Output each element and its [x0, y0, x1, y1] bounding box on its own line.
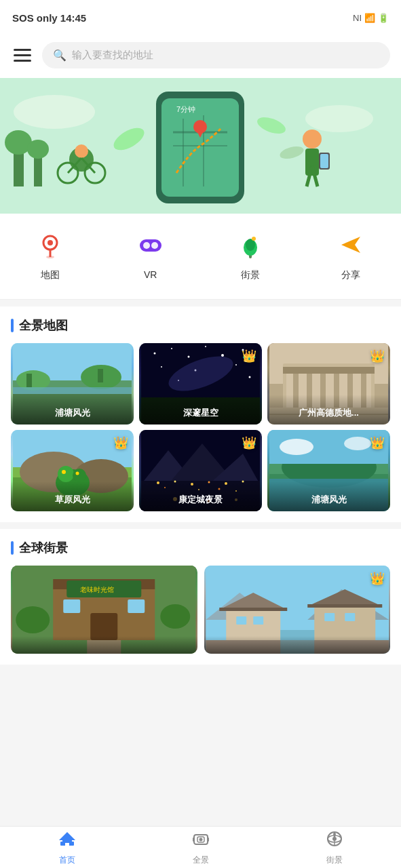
menu-button[interactable] [11, 46, 34, 64]
svg-point-35 [143, 242, 150, 249]
status-left: SOS only 14:45 [12, 12, 86, 24]
quick-action-street[interactable]: 街景 [201, 220, 301, 288]
nav-panorama[interactable]: 全景 [134, 827, 267, 868]
panorama-title-text: 全景地图 [19, 317, 68, 334]
street-title: 全球街景 [11, 540, 390, 556]
streetview-nav-label: 街景 [326, 854, 343, 866]
panorama-title: 全景地图 [11, 317, 390, 334]
search-placeholder: 输入要查找的地址 [72, 49, 153, 62]
svg-text:老味时光馆: 老味时光馆 [80, 586, 114, 593]
panorama-nav-label: 全景 [193, 854, 209, 866]
svg-rect-137 [253, 616, 263, 625]
card-label-putang2: 浦塘风光 [267, 481, 390, 511]
svg-point-148 [199, 837, 202, 841]
panorama-card-starry[interactable]: 👑 深邃星空 [139, 343, 262, 425]
svg-rect-8 [161, 98, 239, 197]
status-bar: SOS only 14:45 NI 📶 🔋 [0, 0, 401, 35]
svg-point-62 [249, 376, 251, 378]
svg-rect-122 [63, 599, 80, 613]
svg-rect-139 [345, 613, 355, 621]
street-label-town [204, 636, 391, 654]
svg-point-87 [76, 472, 79, 475]
search-bar[interactable]: 🔍 输入要查找的地址 [42, 42, 390, 68]
map-label: 地图 [41, 269, 60, 281]
svg-point-22 [303, 130, 322, 149]
svg-point-54 [171, 348, 172, 349]
svg-point-6 [27, 140, 49, 159]
svg-point-1 [14, 95, 95, 129]
search-icon: 🔍 [53, 49, 66, 62]
street-label-old [11, 636, 197, 654]
vr-label: VR [144, 269, 157, 280]
svg-rect-49 [98, 369, 103, 382]
svg-rect-48 [26, 374, 32, 387]
svg-rect-150 [207, 837, 209, 842]
street-grid: 老味时光馆 [11, 566, 390, 654]
svg-point-36 [151, 242, 158, 249]
svg-point-61 [235, 364, 237, 366]
svg-point-156 [333, 833, 336, 835]
street-section: 全球街景 老味时光馆 [0, 529, 401, 665]
title-accent-bar [11, 319, 14, 332]
card-label-kangding: 康定城夜景 [139, 481, 262, 511]
panorama-grid-top: 浦塘风光 👑 [11, 343, 390, 425]
svg-rect-50 [13, 387, 132, 394]
street-label: 街景 [241, 269, 260, 281]
banner: 7分钟 [0, 78, 401, 214]
svg-point-17 [75, 144, 88, 158]
street-card-old[interactable]: 老味时光馆 [11, 566, 197, 654]
panorama-card-guangzhou[interactable]: 👑 广州高德质地... [267, 343, 390, 425]
panorama-card-putang2[interactable]: 👑 浦塘风光 [267, 430, 390, 511]
panorama-card-putang1[interactable]: 浦塘风光 [11, 343, 134, 425]
svg-point-41 [252, 237, 256, 241]
street-icon [233, 227, 268, 262]
quick-action-map[interactable]: 地图 [0, 220, 100, 288]
svg-point-125 [16, 606, 50, 633]
panorama-section: 全景地图 浦塘风光 [0, 307, 401, 522]
svg-rect-145 [65, 843, 69, 846]
quick-action-vr[interactable]: VR [100, 220, 201, 288]
panorama-card-grassland[interactable]: 👑 草原风光 [11, 430, 134, 511]
svg-point-57 [221, 354, 224, 357]
svg-marker-42 [341, 237, 360, 253]
svg-point-113 [280, 439, 313, 455]
panorama-nav-icon [191, 829, 210, 852]
card-label-starry: 深邃星空 [139, 395, 262, 425]
crown-kangding: 👑 [242, 435, 256, 450]
svg-rect-136 [236, 616, 246, 625]
map-icon [33, 227, 68, 262]
svg-point-114 [344, 437, 371, 450]
quick-action-share[interactable]: 分享 [301, 220, 401, 288]
quick-actions: 地图 VR 街景 分享 [0, 214, 401, 300]
bottom-nav: 首页 全景 街景 [0, 826, 401, 868]
panorama-grid-bottom: 👑 草原风光 [11, 430, 390, 511]
streetview-nav-icon [325, 829, 344, 852]
battery-icon: 🔋 [378, 13, 389, 23]
svg-point-86 [62, 470, 66, 474]
signal-icon: 📶 [364, 13, 375, 23]
svg-rect-27 [320, 154, 328, 168]
crown-putang2: 👑 [370, 435, 385, 450]
nav-streetview[interactable]: 街景 [267, 827, 401, 868]
vr-icon [133, 227, 168, 262]
street-title-bar [11, 541, 14, 555]
home-nav-icon [58, 829, 77, 852]
street-card-town[interactable]: 👑 [204, 566, 391, 654]
panorama-card-kangding[interactable]: 👑 康定城夜景 [139, 430, 262, 511]
street-title-text: 全球街景 [19, 540, 68, 556]
svg-point-33 [46, 256, 54, 258]
svg-marker-144 [59, 832, 75, 840]
crown-guangzhou: 👑 [370, 349, 385, 363]
crown-grassland: 👑 [113, 435, 128, 450]
svg-point-56 [205, 346, 206, 347]
svg-point-59 [161, 366, 162, 368]
nav-home[interactable]: 首页 [0, 827, 134, 868]
home-nav-label: 首页 [59, 854, 75, 866]
svg-point-53 [154, 353, 156, 355]
svg-rect-75 [283, 367, 375, 374]
status-right: NI 📶 🔋 [353, 13, 389, 23]
status-text: SOS only 14:45 [12, 12, 86, 24]
svg-point-32 [47, 240, 53, 245]
svg-point-85 [73, 469, 86, 482]
svg-text:7分钟: 7分钟 [176, 105, 195, 113]
